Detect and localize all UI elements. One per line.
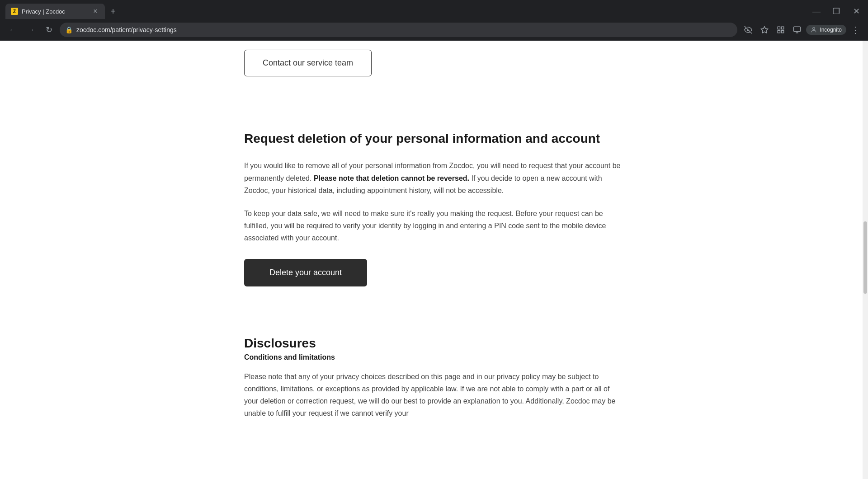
- profile-icon[interactable]: [790, 23, 804, 37]
- tab-favicon: Z: [11, 8, 18, 15]
- disclosures-subtitle: Conditions and limitations: [244, 353, 624, 361]
- toolbar-actions: Incognito ⋮: [741, 23, 863, 37]
- scrollbar[interactable]: [863, 41, 868, 479]
- tab-title: Privacy | Zocdoc: [22, 8, 88, 15]
- svg-rect-4: [782, 31, 784, 33]
- close-window-button[interactable]: ✕: [850, 5, 863, 18]
- deletion-section: Request deletion of your personal inform…: [244, 131, 624, 314]
- forward-button[interactable]: →: [24, 23, 38, 37]
- incognito-label: Incognito: [820, 27, 842, 33]
- back-button[interactable]: ←: [5, 23, 20, 37]
- maximize-button[interactable]: ❐: [830, 5, 843, 18]
- minimize-button[interactable]: —: [810, 5, 823, 18]
- star-icon[interactable]: [757, 23, 772, 37]
- browser-tab[interactable]: Z Privacy | Zocdoc ×: [5, 4, 105, 19]
- tab-close-button[interactable]: ×: [91, 7, 99, 15]
- deletion-section-title: Request deletion of your personal inform…: [244, 131, 624, 147]
- disclosures-section: Disclosures Conditions and limitations P…: [244, 336, 624, 420]
- new-tab-button[interactable]: +: [107, 5, 119, 18]
- browser-title-bar: Z Privacy | Zocdoc × + — ❐ ✕: [0, 0, 868, 19]
- svg-rect-3: [782, 27, 784, 29]
- svg-rect-5: [778, 31, 780, 33]
- eyeslash-icon[interactable]: [741, 23, 755, 37]
- deletion-paragraph-1: If you would like to remove all of your …: [244, 160, 624, 197]
- extensions-icon[interactable]: [774, 23, 788, 37]
- disclosures-paragraph: Please note that any of your privacy cho…: [244, 371, 624, 420]
- svg-marker-1: [761, 27, 768, 33]
- deletion-paragraph-1-bold: Please note that deletion cannot be reve…: [314, 174, 469, 182]
- deletion-section-body: If you would like to remove all of your …: [244, 160, 624, 244]
- refresh-button[interactable]: ↻: [42, 23, 56, 37]
- browser-menu-button[interactable]: ⋮: [848, 23, 863, 37]
- browser-toolbar: ← → ↻ 🔒 zocdoc.com/patient/privacy-setti…: [0, 19, 868, 41]
- lock-icon: 🔒: [65, 26, 73, 33]
- page-content: Contact our service team Request deletio…: [0, 41, 868, 479]
- disclosures-title: Disclosures: [244, 336, 624, 351]
- content-area: Contact our service team Request deletio…: [235, 41, 633, 419]
- incognito-badge[interactable]: Incognito: [806, 25, 846, 35]
- disclosures-body: Please note that any of your privacy cho…: [244, 371, 624, 420]
- scrollbar-thumb[interactable]: [863, 221, 867, 294]
- svg-rect-6: [794, 27, 801, 32]
- deletion-paragraph-2: To keep your data safe, we will need to …: [244, 207, 624, 244]
- svg-rect-2: [778, 27, 780, 29]
- address-text: zocdoc.com/patient/privacy-settings: [76, 26, 732, 33]
- window-controls: — ❐ ✕: [810, 5, 863, 18]
- contact-service-button[interactable]: Contact our service team: [244, 50, 372, 76]
- delete-account-button[interactable]: Delete your account: [244, 259, 367, 286]
- address-bar[interactable]: 🔒 zocdoc.com/patient/privacy-settings: [60, 23, 737, 37]
- svg-point-9: [813, 28, 815, 30]
- browser-chrome: Z Privacy | Zocdoc × + — ❐ ✕ ← → ↻ 🔒 zoc…: [0, 0, 868, 41]
